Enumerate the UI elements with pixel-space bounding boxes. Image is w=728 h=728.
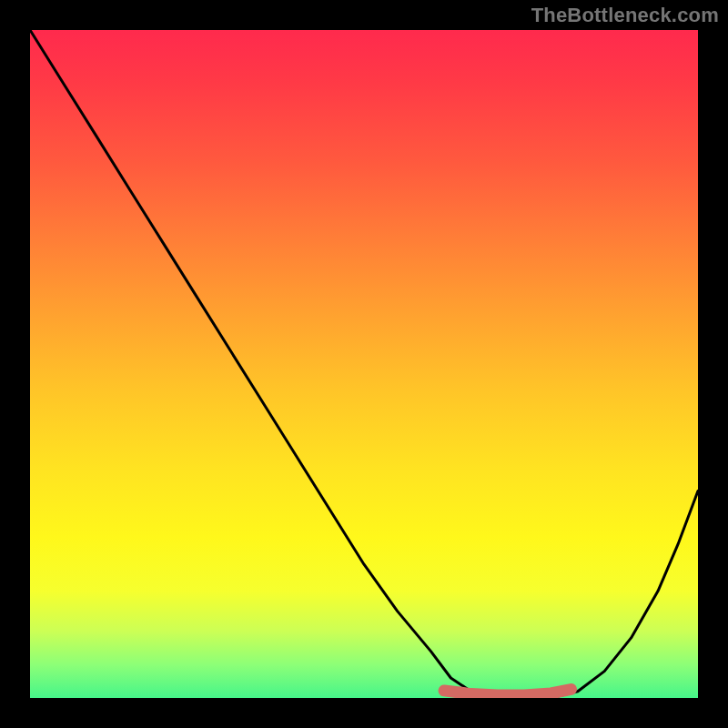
bottleneck-curve	[30, 30, 698, 698]
chart-frame: TheBottleneck.com	[0, 0, 728, 728]
watermark-text: TheBottleneck.com	[531, 4, 719, 27]
plot-area	[30, 30, 698, 698]
curve-overlay	[30, 30, 698, 698]
optimal-marker	[444, 690, 571, 696]
